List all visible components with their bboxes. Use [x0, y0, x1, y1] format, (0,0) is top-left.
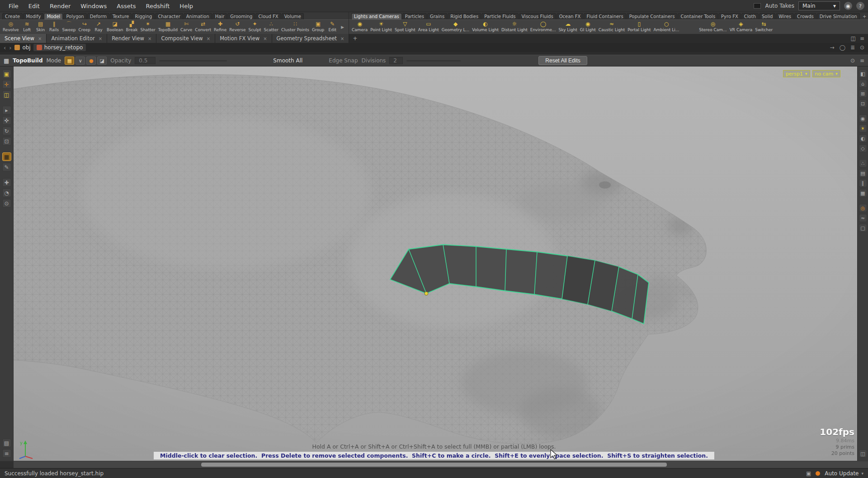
- shelf-tool[interactable]: ◐ Volume Light: [471, 20, 500, 34]
- shelf-tool[interactable]: ▭ Area Light: [417, 20, 440, 34]
- shelf-tab[interactable]: Ocean FX: [557, 13, 584, 19]
- selected-point-marker[interactable]: [425, 292, 428, 295]
- pane-tab[interactable]: Render View ×: [107, 34, 156, 43]
- close-tab-icon[interactable]: ×: [263, 36, 267, 41]
- menu-item[interactable]: Edit: [24, 1, 45, 11]
- shelf-tab[interactable]: Wires: [776, 13, 794, 19]
- orbit-view-icon[interactable]: ◔: [2, 189, 11, 197]
- shelf-tab[interactable]: Solid: [759, 13, 775, 19]
- frame-selected-icon[interactable]: ⊡: [859, 99, 867, 108]
- shelf-tool[interactable]: ▣ Group: [311, 20, 326, 34]
- prims-display-icon[interactable]: ▤: [859, 169, 867, 177]
- shelf-tab[interactable]: Populate Containers: [627, 13, 678, 19]
- shelf-tab[interactable]: Viscous Fluids: [519, 13, 556, 19]
- pane-tab[interactable]: Composite View ×: [156, 34, 215, 43]
- viewport[interactable]: persp1 ▾ no cam ▾ Hold A or Ctrl+A or Sh…: [0, 66, 868, 461]
- shelf-tool[interactable]: ∴ Scatter: [263, 20, 280, 34]
- home-view-icon[interactable]: ⌂: [859, 80, 867, 88]
- shelf-tab[interactable]: Fluid Containers: [584, 13, 626, 19]
- headlight-icon[interactable]: ☀: [859, 124, 867, 133]
- snapshot-icon[interactable]: ▢: [859, 224, 867, 232]
- shelf-tab[interactable]: Character: [155, 13, 183, 19]
- shelf-tab[interactable]: Model: [44, 13, 63, 19]
- shelf-tool[interactable]: ⇆ Switcher: [754, 20, 774, 34]
- follow-arrow-icon[interactable]: →: [830, 44, 834, 51]
- camera-view-icon[interactable]: ◉: [859, 114, 867, 123]
- brush-mode-button[interactable]: ●: [86, 57, 96, 65]
- translate-tool-icon[interactable]: ✜: [2, 116, 11, 125]
- takes-list-icon[interactable]: [754, 3, 761, 9]
- shelf-tool[interactable]: ☀ Point Light: [369, 20, 393, 34]
- viewport-menu-icon[interactable]: ≡: [2, 449, 11, 458]
- build-mode-button[interactable]: ▦: [65, 57, 74, 65]
- show-geometry-icon[interactable]: ▣: [2, 70, 11, 78]
- back-icon[interactable]: ‹: [4, 44, 6, 51]
- shelf-tool[interactable]: ⇄ Convert: [193, 20, 212, 34]
- smooth-all-button[interactable]: Smooth All: [269, 57, 306, 65]
- shelf-tool[interactable]: ↪ Creep: [77, 20, 92, 34]
- camera-name-badge[interactable]: persp1 ▾: [783, 70, 810, 77]
- display-options-icon[interactable]: ▤: [2, 439, 11, 447]
- reset-all-edits-button[interactable]: Reset All Edits: [538, 56, 587, 65]
- shelf-tool[interactable]: ▯ Portal Light: [626, 20, 652, 34]
- pane-tab[interactable]: Animation Editor ×: [47, 34, 107, 43]
- shelf-tool[interactable]: ≋ Loft: [20, 20, 34, 34]
- shelf-tool[interactable]: ◈ VR Camera: [728, 20, 754, 34]
- shelf-tool[interactable]: ∥ Rails: [47, 20, 61, 34]
- shelf-tool[interactable]: ◉ Camera: [350, 20, 369, 34]
- close-tab-icon[interactable]: ×: [99, 36, 102, 41]
- shelf-tool[interactable]: ✚ Refine: [212, 20, 228, 34]
- pane-tab[interactable]: Scene View ×: [0, 34, 47, 43]
- pan-view-icon[interactable]: ✚: [2, 178, 11, 187]
- shelf-tool[interactable]: ⌒ Sweep: [61, 20, 77, 34]
- shelf-tab[interactable]: Crowds: [794, 13, 816, 19]
- shelf-tab[interactable]: Particles: [402, 13, 427, 19]
- shelf-tab[interactable]: Polygon: [63, 13, 86, 19]
- visualizer-icon[interactable]: ≈: [859, 214, 867, 222]
- close-tab-icon[interactable]: ×: [38, 36, 42, 41]
- world-icon[interactable]: ◯: [839, 44, 845, 51]
- shelf-tab[interactable]: Container Tools: [678, 13, 718, 19]
- view-mode-icon[interactable]: ◧: [859, 70, 867, 78]
- shelf-tool[interactable]: ↗ Ray: [92, 20, 105, 34]
- shelf-tab[interactable]: Cloud FX: [255, 13, 281, 19]
- shelf-tab[interactable]: Rigid Bodies: [448, 13, 481, 19]
- viewport-3d-scene[interactable]: [0, 66, 868, 461]
- select-tool-icon[interactable]: ▸: [2, 106, 11, 114]
- menu-item[interactable]: Redshift: [141, 1, 175, 11]
- shelf-tool[interactable]: ↺ Reverse: [228, 20, 247, 34]
- scale-tool-icon[interactable]: ⊡: [2, 137, 11, 146]
- shelf-tab[interactable]: Drive Simulation: [817, 13, 860, 19]
- shelf-tool[interactable]: ◉ GI Light: [579, 20, 597, 34]
- menu-item[interactable]: Render: [45, 1, 75, 11]
- pin-icon[interactable]: ⊙: [860, 44, 864, 51]
- shelf-overflow-icon[interactable]: ▶: [341, 25, 344, 29]
- shelf-tab[interactable]: Animation: [184, 13, 212, 19]
- shelf-tool[interactable]: ✎ Edit: [326, 20, 339, 34]
- shelf-tab[interactable]: Cloth: [741, 13, 759, 19]
- horizontal-scrollbar[interactable]: [201, 463, 667, 467]
- shelf-tab[interactable]: Modify: [23, 13, 43, 19]
- shelf-tab[interactable]: Create: [2, 13, 23, 19]
- close-tab-icon[interactable]: ×: [340, 36, 344, 41]
- take-selector[interactable]: Main ▾: [798, 1, 840, 10]
- topobuild-tool-icon[interactable]: ▦: [2, 152, 11, 161]
- camera-menu-badge[interactable]: no cam ▾: [812, 70, 840, 77]
- shelf-tab[interactable]: Grooming: [227, 13, 255, 19]
- divisions-slider[interactable]: [406, 60, 461, 62]
- close-tab-icon[interactable]: ×: [148, 36, 151, 41]
- edit-tool-icon[interactable]: ✎: [2, 163, 11, 171]
- grid-icon[interactable]: ▦: [859, 189, 867, 197]
- viewport-layout-icon[interactable]: ◫: [859, 450, 867, 458]
- shelf-tab[interactable]: Hair: [212, 13, 227, 19]
- shelf-tool[interactable]: ✦ Sculpt: [247, 20, 262, 34]
- breadcrumb-item[interactable]: obj: [14, 44, 30, 51]
- shelf-tab[interactable]: Volume: [282, 13, 304, 19]
- forward-icon[interactable]: ›: [9, 44, 11, 51]
- add-pane-tab-icon[interactable]: +: [349, 34, 361, 43]
- shading-icon[interactable]: ◐: [859, 134, 867, 142]
- shelf-tool[interactable]: ≈ Caustic Light: [597, 20, 627, 34]
- sidefx-logo-icon[interactable]: ◉: [844, 2, 852, 10]
- breadcrumb-item[interactable]: horsey_retopo: [33, 44, 86, 51]
- add-shelf-tab-icon[interactable]: +: [860, 14, 868, 19]
